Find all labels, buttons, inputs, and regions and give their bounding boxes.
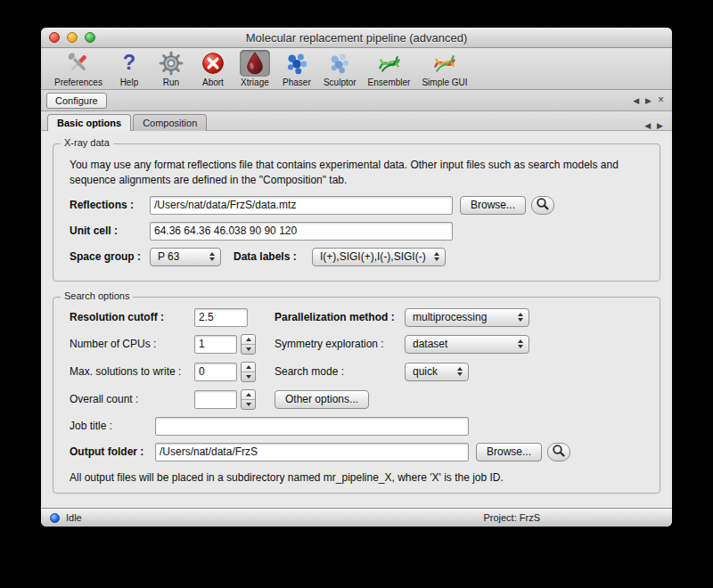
minimize-window-button[interactable]	[67, 32, 78, 43]
resolution-row: Resolution cutoff : Parallelization meth…	[70, 308, 643, 327]
reflections-browse-button[interactable]: Browse...	[460, 196, 526, 215]
resolution-cutoff-label: Resolution cutoff :	[70, 311, 194, 323]
xray-group-title: X-ray data	[61, 137, 113, 148]
stepper-up-icon[interactable]	[242, 363, 255, 372]
num-cpus-input[interactable]	[194, 335, 237, 354]
status-text: Idle	[66, 512, 82, 523]
max-solutions-row: Max. solutions to write : Search mode : …	[70, 362, 643, 382]
toolbar: Preferences ? Help	[41, 48, 672, 90]
stepper-down-icon[interactable]	[242, 372, 255, 381]
job-title-input[interactable]	[155, 417, 469, 436]
output-folder-view-button[interactable]	[547, 443, 570, 461]
popup-arrows-icon	[434, 252, 439, 261]
toolbar-item-help[interactable]: ? Help	[110, 49, 149, 88]
toolbar-item-run[interactable]: Run	[152, 49, 191, 88]
overall-count-stepper[interactable]	[241, 389, 256, 410]
symmetry-exploration-dropdown[interactable]: dataset	[405, 335, 529, 354]
tab-composition[interactable]: Composition	[133, 114, 207, 131]
stepper-up-icon[interactable]	[242, 335, 255, 344]
toolbar-label: Preferences	[54, 78, 102, 87]
tab-scroll-left-icon[interactable]: ◀	[633, 96, 639, 105]
tab-close-icon[interactable]: ×	[658, 96, 664, 104]
popup-arrows-icon	[457, 367, 463, 376]
svg-text:?: ?	[123, 51, 135, 74]
zoom-window-button[interactable]	[85, 32, 95, 43]
toolbar-item-sculptor[interactable]: Sculptor	[319, 49, 361, 88]
search-options-group: Search options Resolution cutoff : Paral…	[53, 297, 660, 494]
output-note: All output files will be placed in a sub…	[70, 471, 643, 484]
reflections-input[interactable]	[150, 196, 453, 215]
tab-configure[interactable]: Configure	[46, 93, 107, 109]
subtab-scroll-left-icon[interactable]: ◀	[644, 121, 651, 130]
overall-count-label: Overall count :	[70, 393, 194, 405]
resolution-cutoff-input[interactable]	[194, 308, 248, 327]
search-mode-value: quick	[413, 365, 451, 378]
unit-cell-row: Unit cell :	[70, 222, 643, 241]
project-label: Project: FrzS	[483, 512, 540, 523]
phaser-icon	[282, 50, 312, 77]
stepper-down-icon[interactable]	[242, 399, 255, 409]
toolbar-item-ensembler[interactable]: Ensembler	[364, 49, 415, 88]
toolbar-label: Phaser	[283, 78, 311, 87]
data-labels-dropdown[interactable]: I(+),SIGI(+),I(-),SIGI(-)	[312, 248, 446, 266]
xray-data-group: X-ray data You may use any format reflec…	[53, 143, 660, 282]
tab-scroll-right-icon[interactable]: ▶	[645, 96, 652, 105]
unit-cell-input[interactable]	[150, 222, 453, 241]
tab-nav-controls: ◀ ▶ ×	[633, 96, 664, 105]
overall-count-input[interactable]	[194, 390, 237, 409]
max-solutions-stepper[interactable]	[241, 362, 256, 382]
space-group-label: Space group :	[70, 250, 150, 263]
popup-arrows-icon	[209, 252, 215, 261]
max-solutions-label: Max. solutions to write :	[70, 365, 194, 378]
output-folder-label: Output folder :	[70, 445, 155, 458]
overall-count-row: Overall count : Other options...	[70, 389, 643, 410]
output-folder-input[interactable]	[155, 443, 469, 461]
toolbar-item-phaser[interactable]: Phaser	[277, 49, 316, 88]
sub-tab-bar: Basic options Composition ◀ ▶	[41, 111, 672, 131]
simple-gui-icon	[430, 50, 460, 77]
parallelization-method-value: multiprocessing	[413, 311, 512, 323]
toolbar-label: Abort	[202, 78, 224, 87]
reflections-row: Reflections : Browse...	[70, 196, 643, 215]
abort-icon	[198, 50, 228, 77]
toolbar-item-abort[interactable]: Abort	[193, 49, 233, 88]
popup-arrows-icon	[518, 339, 523, 348]
num-cpus-row: Number of CPUs : Symmetry exploration : …	[70, 334, 643, 355]
toolbar-label: Help	[120, 78, 139, 87]
magnifier-icon	[552, 444, 566, 461]
toolbar-label: Simple GUI	[422, 78, 467, 87]
output-folder-browse-button[interactable]: Browse...	[476, 443, 542, 461]
status-indicator-icon	[50, 513, 60, 523]
status-bar: Idle Project: FrzS	[41, 508, 672, 527]
output-folder-row: Output folder : Browse...	[70, 443, 643, 461]
search-mode-label: Search mode :	[275, 365, 405, 378]
space-group-dropdown[interactable]: P 63	[150, 248, 221, 266]
configure-panel: X-ray data You may use any format reflec…	[41, 131, 672, 508]
symmetry-exploration-label: Symmetry exploration :	[275, 338, 405, 350]
toolbar-item-simple-gui[interactable]: Simple GUI	[417, 49, 471, 88]
help-icon: ?	[114, 50, 144, 77]
job-title-label: Job title :	[70, 420, 155, 432]
close-window-button[interactable]	[49, 32, 60, 43]
toolbar-label: Run	[163, 78, 179, 87]
parallelization-method-dropdown[interactable]: multiprocessing	[405, 308, 529, 327]
title-bar: Molecular replacement pipeline (advanced…	[41, 28, 672, 48]
run-icon	[156, 50, 186, 77]
max-solutions-input[interactable]	[194, 363, 237, 381]
window-controls	[49, 32, 95, 43]
reflections-view-button[interactable]	[531, 196, 554, 215]
stepper-down-icon[interactable]	[242, 344, 255, 354]
stepper-up-icon[interactable]	[242, 390, 255, 399]
window-title: Molecular replacement pipeline (advanced…	[41, 31, 672, 45]
magnifier-icon	[536, 197, 550, 214]
num-cpus-stepper[interactable]	[241, 334, 256, 355]
sculptor-icon	[324, 50, 355, 77]
toolbar-item-preferences[interactable]: Preferences	[50, 49, 107, 88]
subtab-scroll-right-icon[interactable]: ▶	[657, 121, 663, 130]
other-options-button[interactable]: Other options...	[275, 390, 369, 409]
popup-arrows-icon	[518, 313, 523, 322]
tab-basic-options[interactable]: Basic options	[47, 114, 131, 131]
num-cpus-label: Number of CPUs :	[70, 338, 194, 350]
search-mode-dropdown[interactable]: quick	[405, 363, 469, 381]
toolbar-item-xtriage[interactable]: Xtriage	[235, 49, 275, 88]
